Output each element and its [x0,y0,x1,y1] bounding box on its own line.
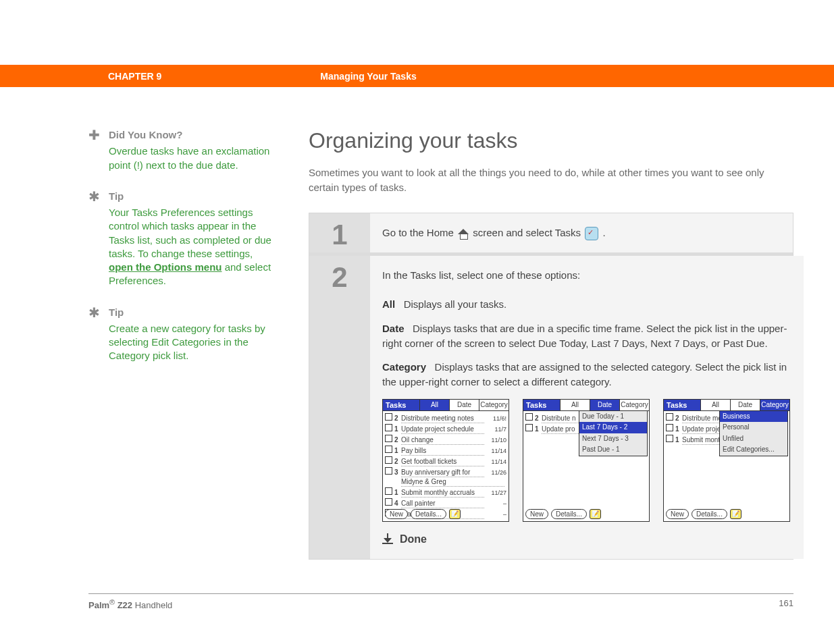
option-all-name: All [382,298,395,310]
header-title: Managing Your Tasks [320,71,416,82]
tab-all[interactable]: All [700,400,730,410]
open-options-link[interactable]: open the Options menu [109,261,222,273]
tip2-body: Create a new category for tasks by selec… [109,322,278,363]
task-row[interactable]: 1Update project schedule11/7 [385,423,506,434]
option-category-name: Category [382,361,426,373]
dropdown-item[interactable]: Last 7 Days - 2 [579,422,647,433]
palm-title: Tasks [664,400,700,410]
step-1-number: 1 [309,213,370,252]
tab-date[interactable]: Date [590,400,619,410]
tasks-app-icon [585,227,598,240]
step-2-body: In the Tasks list, select one of these o… [370,256,804,559]
footer: Palm® Z22 Handheld 161 [88,593,793,610]
step-1: 1 Go to the Home screen and select Tasks… [309,213,793,256]
new-button[interactable]: New [385,509,408,519]
step1-text-b: screen and select Tasks [473,227,583,238]
dropdown-item[interactable]: Business [720,411,787,423]
sidebar: ✚ Did You Know? Overdue tasks have an ex… [88,128,278,381]
step-2-number: 2 [309,256,370,559]
details-button[interactable]: Details... [551,509,587,519]
palm-screen-all: Tasks All Date Category 2Distribute meet… [382,399,509,522]
tab-all[interactable]: All [560,400,590,410]
asterisk-icon: ✱ [88,190,100,203]
tab-category[interactable]: Category [619,400,649,410]
new-button[interactable]: New [525,509,548,519]
note-icon[interactable]: 📝 [449,509,461,519]
step1-text-c: . [602,227,605,238]
option-all: All Displays all your tasks. [382,297,790,312]
palm-screen-category: Tasks All Date Category 2Distribute mee1… [663,399,790,522]
date-dropdown[interactable]: Due Today - 1Last 7 Days - 2Next 7 Days … [579,410,648,456]
details-button[interactable]: Details... [692,509,727,519]
dropdown-item[interactable]: Personal [720,422,787,433]
tab-category[interactable]: Category [760,400,789,410]
tip1-label: Tip [109,190,278,203]
option-date-name: Date [382,323,405,334]
details-button[interactable]: Details... [411,509,446,519]
option-category-desc: Displays tasks that are assigned to the … [382,361,787,387]
tip1-body: Your Tasks Preferences settings control … [109,206,278,288]
note-icon[interactable]: 📝 [590,509,601,519]
task-row[interactable]: 2Distribute meeting notes11/6! [385,412,506,423]
task-row[interactable]: Midyne & Greg [385,477,506,487]
option-date: Date Displays tasks that are due in a sp… [382,321,790,351]
main: Organizing your tasks Sometimes you want… [309,128,793,560]
palm-title: Tasks [523,400,560,410]
option-date-desc: Displays tasks that are due in a specifi… [382,323,787,349]
tip2-label: Tip [109,306,278,319]
footer-brand: Palm [88,600,109,610]
dropdown-item[interactable]: Next 7 Days - 3 [579,433,647,445]
plus-icon: ✚ [88,128,100,142]
tab-all[interactable]: All [419,400,449,410]
tab-date[interactable]: Date [730,400,760,410]
option-all-desc: Displays all your tasks. [404,298,507,310]
category-dropdown[interactable]: BusinessPersonalUnfiledEdit Categories..… [719,410,788,456]
tip1-pre: Your Tasks Preferences settings control … [109,207,271,259]
did-you-know-body: Overdue tasks have an exclamation point … [109,144,278,172]
chapter-label: CHAPTER 9 [108,71,161,82]
tab-category[interactable]: Category [479,400,509,410]
palm-title: Tasks [383,400,419,410]
step2-lead: In the Tasks list, select one of these o… [382,268,790,283]
done-row: Done [382,531,790,547]
new-button[interactable]: New [666,509,689,519]
done-label: Done [400,531,427,547]
home-icon [458,229,469,238]
footer-model: Z22 [115,600,132,610]
footer-device: Handheld [132,600,172,610]
step-1-body: Go to the Home screen and select Tasks . [370,213,793,252]
steps-container: 1 Go to the Home screen and select Tasks… [309,213,793,560]
task-row[interactable]: 2Oil change11/10 [385,434,506,445]
footer-left: Palm® Z22 Handheld [88,598,172,610]
note-icon[interactable]: 📝 [730,509,741,519]
asterisk-icon: ✱ [88,306,100,319]
dropdown-item[interactable]: Due Today - 1 [579,411,647,423]
did-you-know-label: Did You Know? [109,128,278,142]
page-title: Organizing your tasks [309,128,793,153]
task-row[interactable]: 2Get football tickets11/14 [385,456,506,466]
task-row[interactable]: 1Submit monthly accruals11/27 [385,487,506,498]
dropdown-item[interactable]: Past Due - 1 [579,444,647,456]
dropdown-item[interactable]: Edit Categories... [720,444,787,456]
option-category: Category Displays tasks that are assigne… [382,360,790,390]
page-number: 161 [779,598,793,610]
down-arrow-icon [382,533,393,544]
header-bar: CHAPTER 9 Managing Your Tasks [0,65,834,87]
task-row[interactable]: 1Pay bills11/14 [385,445,506,456]
dropdown-item[interactable]: Unfiled [720,433,787,445]
footer-registered: ® [109,598,115,606]
task-row[interactable]: 3Buy anniversary gift for11/26 [385,466,506,477]
step1-text-a: Go to the Home [382,227,457,238]
step-2: 2 In the Tasks list, select one of these… [309,256,793,559]
screenshots-row: Tasks All Date Category 2Distribute meet… [382,399,790,522]
tab-date[interactable]: Date [449,400,479,410]
palm-screen-date: Tasks All Date Category 2Distribute n1Up… [523,399,650,522]
intro-text: Sometimes you want to look at all the th… [309,165,793,195]
task-row[interactable]: 4Call painter– [385,498,506,508]
